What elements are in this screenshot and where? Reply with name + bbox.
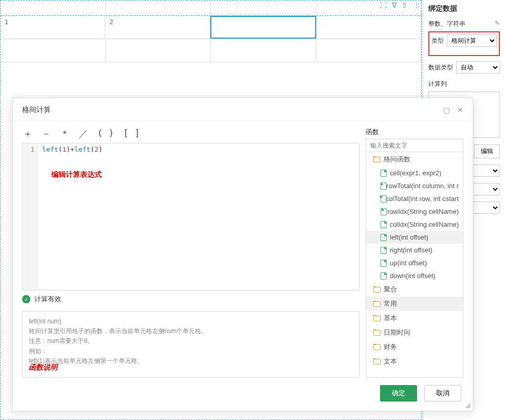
- tree-cat-text[interactable]: 文本: [366, 354, 463, 369]
- cell-c1-selected[interactable]: [210, 16, 317, 39]
- help-panel: left(int num) 格间计算里引用格子的函数，表示当前单元格左侧num个…: [22, 311, 359, 378]
- function-search-input[interactable]: [366, 139, 463, 152]
- tree-fn-cell[interactable]: cell(expr1, expr2): [366, 167, 463, 179]
- panel-title: 绑定数据: [428, 4, 500, 13]
- expression-dialog: 格间计算 ▢ ✕ ＋ － ＊ ／ ( ) [ ] 1 left(1)+left(…: [12, 98, 473, 411]
- tree-cat-basic[interactable]: 基本: [366, 311, 463, 325]
- file-icon: [381, 260, 387, 267]
- datatype-select[interactable]: 自动: [456, 61, 500, 74]
- file-icon: [381, 170, 387, 177]
- line-gutter: 1: [23, 143, 38, 290]
- op-plus[interactable]: ＋: [23, 127, 32, 140]
- op-minus[interactable]: －: [42, 127, 51, 140]
- operator-toolbar: ＋ － ＊ ／ ( ) [ ]: [22, 127, 359, 143]
- code-line[interactable]: left(1)+left(2): [38, 143, 359, 155]
- help-signature: left(int num): [29, 317, 353, 326]
- tree-fn-up[interactable]: up(int offset): [366, 257, 463, 269]
- cell-d1[interactable]: [316, 16, 421, 39]
- folder-icon: [373, 301, 381, 307]
- type-row-highlight: 类型 格间计算: [428, 31, 500, 56]
- file-icon: [381, 182, 383, 190]
- validation-row: ✓ 计算有效: [22, 295, 359, 304]
- sheet-toolbar: ⛶ ∇ ⇪ ⋮: [380, 1, 420, 9]
- cell-b1[interactable]: 2: [105, 16, 210, 39]
- filter-icon[interactable]: ∇: [392, 1, 396, 9]
- file-icon: [381, 247, 387, 254]
- maximize-icon[interactable]: ▢: [443, 106, 450, 114]
- panel-collapse-handle[interactable]: 〉: [417, 3, 423, 10]
- tree-fn-rowtotal[interactable]: rowTotal(int column, int r: [366, 179, 463, 192]
- tree-fn-rowidx[interactable]: rowIdx(String cellName): [366, 205, 463, 218]
- expression-editor[interactable]: 1 left(1)+left(2) 编辑计算表达式: [22, 143, 359, 290]
- folder-icon: [373, 315, 381, 321]
- ok-button[interactable]: 确定: [380, 385, 417, 401]
- file-icon: [381, 234, 387, 241]
- tree-fn-down[interactable]: down(int offset): [366, 269, 463, 282]
- annotation-help-label: 函数说明: [29, 362, 58, 373]
- expand-icon[interactable]: ⛶: [380, 1, 387, 9]
- tree-cat-common[interactable]: 常用: [366, 297, 463, 311]
- folder-icon: [373, 330, 381, 336]
- calc-col-label: 计算列: [428, 80, 500, 88]
- help-line-1: 格间计算里引用格子的函数，表示当前单元格左侧num个单元格。: [29, 326, 353, 336]
- op-paren[interactable]: ( ): [97, 127, 114, 140]
- function-panel-title: 函数: [366, 127, 463, 137]
- folder-icon: [373, 344, 381, 350]
- folder-icon: [373, 358, 381, 364]
- op-multiply[interactable]: ＊: [60, 127, 69, 140]
- export-icon[interactable]: ⇪: [402, 1, 408, 9]
- folder-icon: [373, 286, 381, 293]
- tree-fn-right[interactable]: right(int offset): [366, 244, 463, 257]
- file-icon: [381, 195, 383, 203]
- datatype-label: 数据类型: [428, 63, 453, 72]
- op-divide[interactable]: ／: [79, 127, 88, 140]
- tree-cat-grid-functions[interactable]: 格间函数: [366, 152, 463, 167]
- annotation-edit-label: 编辑计算表达式: [51, 170, 102, 179]
- file-icon: [381, 221, 387, 228]
- validation-text: 计算有效: [34, 295, 61, 304]
- function-tree: 格间函数 cell(expr1, expr2) rowTotal(int col…: [366, 152, 463, 378]
- tree-cat-finance[interactable]: 财务: [366, 340, 463, 354]
- help-line-3: 例如：: [29, 346, 353, 356]
- panel-subtitle: 整数、字符串✎: [428, 20, 500, 28]
- tree-cat-datetime[interactable]: 日期时间: [366, 325, 463, 340]
- tree-fn-left[interactable]: left(int offset): [366, 231, 463, 244]
- file-icon: [381, 208, 384, 215]
- help-line-4: left(1)表示当前单元格左侧第一个单元格。: [29, 356, 353, 366]
- dialog-footer: 确定 取消: [13, 378, 473, 411]
- tree-fn-coltotal[interactable]: colTotal(int row, int cstart: [366, 192, 463, 205]
- dialog-header: 格间计算 ▢ ✕: [13, 98, 473, 121]
- op-bracket[interactable]: [ ]: [123, 127, 140, 140]
- close-icon[interactable]: ✕: [457, 106, 463, 114]
- help-line-2: 注意：num需要大于0。: [29, 336, 353, 346]
- resize-grip-icon[interactable]: ◢: [465, 400, 471, 409]
- tree-fn-colidx[interactable]: colIdx(String cellName): [366, 218, 463, 231]
- type-label: 类型: [431, 36, 444, 45]
- edit-button[interactable]: 编辑: [474, 144, 500, 158]
- pencil-icon[interactable]: ✎: [495, 20, 500, 27]
- folder-open-icon: [373, 156, 381, 162]
- dialog-title: 格间计算: [22, 105, 436, 115]
- check-icon: ✓: [22, 295, 30, 303]
- file-icon: [381, 272, 387, 280]
- cell-a1[interactable]: 1: [1, 16, 105, 39]
- type-select[interactable]: 格间计算: [447, 34, 497, 47]
- tree-cat-aggregate[interactable]: 聚合: [366, 282, 463, 297]
- cancel-button[interactable]: 取消: [424, 385, 461, 401]
